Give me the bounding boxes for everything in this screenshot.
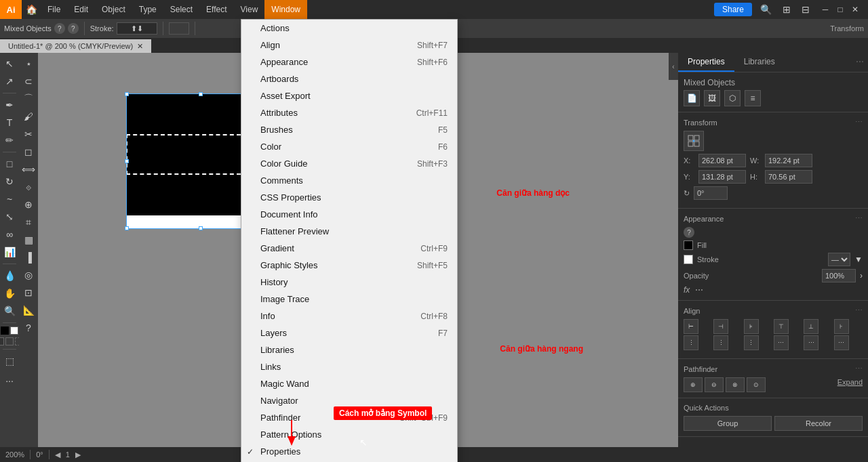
transform-x-input[interactable] <box>698 154 746 167</box>
page-next[interactable]: ▶ <box>75 450 81 459</box>
gradient-mode[interactable] <box>5 337 14 345</box>
transform-h-input[interactable] <box>765 170 812 184</box>
free-transform-tool[interactable]: ⟐ <box>20 179 37 195</box>
tab-properties[interactable]: Properties <box>678 53 734 72</box>
menu-file[interactable]: File <box>41 0 67 19</box>
menu-item-layers[interactable]: Layers F7 <box>241 324 457 341</box>
stroke-input[interactable]: ⬆⬇ <box>117 22 157 35</box>
column-chart-tool[interactable]: ▐ <box>20 249 37 266</box>
menu-item-artboards[interactable]: Artboards <box>241 70 457 87</box>
menu-item-history[interactable]: History <box>241 274 457 291</box>
menu-item-pattern-options[interactable]: Pattern Options <box>241 426 457 443</box>
artboard-tool[interactable]: ⬚ <box>1 353 18 369</box>
image-icon[interactable]: 🖼 <box>704 90 720 106</box>
stroke-select[interactable]: — <box>828 253 850 266</box>
normal-mode[interactable] <box>0 337 4 345</box>
distribute-center-v[interactable]: ⋯ <box>804 335 818 350</box>
fill-swatch[interactable] <box>684 240 693 250</box>
color-swatch[interactable] <box>169 22 189 35</box>
select-tool[interactable]: ↖ <box>1 56 18 72</box>
menu-view[interactable]: View <box>234 0 265 19</box>
menu-item-css-properties[interactable]: CSS Properties <box>241 189 457 206</box>
magic-wand-tool[interactable]: ⋆ <box>20 56 37 72</box>
pen-tool[interactable]: ✒ <box>1 97 18 113</box>
graph-tool[interactable]: 📊 <box>1 244 18 260</box>
expand-btn[interactable]: Expand <box>837 377 863 392</box>
distribute-left[interactable]: ⋮ <box>684 335 698 350</box>
transform-grid-icon[interactable] <box>684 131 704 151</box>
menu-select[interactable]: Select <box>163 0 199 19</box>
distribute-right[interactable]: ⋮ <box>744 335 759 350</box>
eraser-tool[interactable]: ◻ <box>20 144 37 160</box>
menu-item-flattener[interactable]: Flattener Preview <box>241 223 457 240</box>
question-icon-1[interactable]: ? <box>54 23 65 34</box>
menu-item-color[interactable]: Color F6 <box>241 138 457 155</box>
type-tool[interactable]: T <box>1 114 18 131</box>
tab-close-icon[interactable]: ✕ <box>137 42 143 51</box>
group-icon[interactable]: ⬡ <box>724 90 741 106</box>
menu-item-attributes[interactable]: Attributes Ctrl+F11 <box>241 104 457 121</box>
scale-tool[interactable]: ⤡ <box>1 209 18 225</box>
question-icon-2[interactable]: ? <box>68 23 79 34</box>
appearance-help[interactable]: ? <box>684 227 694 238</box>
warp-tool[interactable]: ~ <box>1 191 18 207</box>
menu-item-comments[interactable]: Comments <box>241 172 457 189</box>
stroke-box-2[interactable] <box>10 327 18 335</box>
menu-item-magic-wand[interactable]: Magic Wand <box>241 375 457 392</box>
menu-item-align[interactable]: Align Shift+F7 <box>241 37 457 54</box>
zoom-level[interactable]: 200% <box>5 450 24 459</box>
maximize-button[interactable]: □ <box>833 2 848 17</box>
menu-item-info[interactable]: Info Ctrl+F8 <box>241 308 457 324</box>
menu-item-brushes[interactable]: Brushes F5 <box>241 121 457 138</box>
menu-type[interactable]: Type <box>132 0 163 19</box>
help-tool[interactable]: ? <box>20 320 37 336</box>
lasso-tool[interactable]: ⊂ <box>20 73 37 89</box>
menu-item-asset-export[interactable]: Asset Export <box>241 87 457 104</box>
distribute-top[interactable]: ⋯ <box>774 335 789 350</box>
menu-item-appearance[interactable]: Appearance Shift+F6 <box>241 54 457 70</box>
home-icon[interactable]: 🏠 <box>22 0 41 19</box>
search-icon[interactable]: 🔍 <box>757 4 774 15</box>
align-center-v[interactable]: ⊥ <box>804 319 818 334</box>
scissors-tool[interactable]: ✂ <box>20 126 37 142</box>
menu-item-image-trace[interactable]: Image Trace <box>241 291 457 308</box>
menu-item-graphic-styles[interactable]: Graphic Styles Shift+F5 <box>241 257 457 274</box>
share-button[interactable]: Share <box>714 3 752 16</box>
menu-item-actions[interactable]: Actions <box>241 20 457 37</box>
transform-w-input[interactable] <box>765 154 812 167</box>
hand-tool[interactable]: ✋ <box>1 285 18 301</box>
align-bottom[interactable]: ⊦ <box>834 319 849 334</box>
close-button[interactable]: ✕ <box>848 2 863 17</box>
menu-edit[interactable]: Edit <box>67 0 95 19</box>
rotate-tool[interactable]: ↻ <box>1 173 18 190</box>
distribute-bottom[interactable]: ⋯ <box>834 335 849 350</box>
ruler-tool[interactable]: 📐 <box>20 302 37 318</box>
align-more[interactable]: ⋯ <box>855 306 863 315</box>
stroke-arrow[interactable]: ▼ <box>854 255 863 264</box>
menu-object[interactable]: Object <box>95 0 132 19</box>
panel-more[interactable]: ⋯ <box>852 53 868 72</box>
panel-collapse-button[interactable]: ‹ <box>669 53 678 80</box>
fill-box[interactable] <box>1 327 9 335</box>
opacity-input[interactable] <box>822 269 856 282</box>
pf-unite[interactable]: ⊕ <box>684 377 703 392</box>
appearance-more[interactable]: ⋯ <box>855 214 863 223</box>
align-left[interactable]: ⊢ <box>684 319 698 334</box>
pencil-tool[interactable]: ✏ <box>1 132 18 148</box>
more-icon[interactable]: ≡ <box>745 90 761 106</box>
menu-window[interactable]: Window <box>264 0 307 19</box>
opacity-arrow[interactable]: › <box>860 271 863 280</box>
page-number[interactable]: 1 <box>66 450 70 459</box>
distribute-center-h[interactable]: ⋮ <box>713 335 728 350</box>
pathfinder-more[interactable]: ⋯ <box>855 364 863 373</box>
slice-tool[interactable]: ⊡ <box>20 285 37 301</box>
tab-untitled[interactable]: Untitled-1* @ 200 % (CMYK/Preview) ✕ <box>0 39 152 53</box>
menu-item-libraries[interactable]: Libraries <box>241 341 457 358</box>
menu-item-properties[interactable]: ✓ Properties <box>241 443 457 460</box>
recolor-button[interactable]: Recolor <box>774 416 863 431</box>
group-button[interactable]: Group <box>684 416 772 431</box>
pf-intersect[interactable]: ⊗ <box>726 377 745 392</box>
grid-icon[interactable]: ⊞ <box>780 4 793 15</box>
menu-item-links[interactable]: Links <box>241 358 457 375</box>
doc-icon[interactable]: 📄 <box>684 90 700 106</box>
